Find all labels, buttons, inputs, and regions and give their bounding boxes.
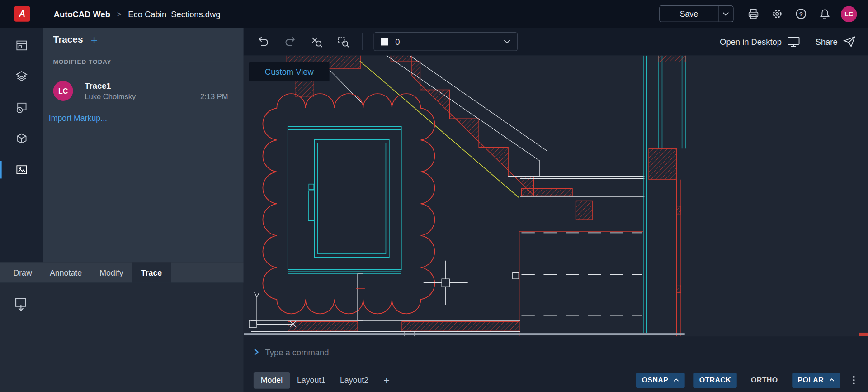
share-plane-icon (843, 35, 856, 48)
svg-text:?: ? (799, 11, 803, 18)
traces-panel-title: Traces (53, 34, 83, 45)
breadcrumb-app-name[interactable]: AutoCAD Web (54, 9, 110, 19)
wall-block-hatch (649, 148, 676, 180)
canvas-toolbar: 0 Open in Desktop Share (244, 28, 868, 55)
status-bar-menu-button[interactable] (849, 376, 858, 384)
bottom-status-bar: Model Layout1 Layout2 + OSNAP OTRACK ORT… (244, 368, 868, 392)
gear-icon (770, 7, 783, 20)
breadcrumb-separator: > (117, 10, 122, 19)
chevron-down-icon (504, 39, 510, 44)
settings-button[interactable] (770, 7, 783, 20)
chevron-up-icon (829, 378, 835, 382)
undo-button[interactable] (256, 34, 271, 49)
top-bar: A AutoCAD Web > Eco Cabin_Sections.dwg S… (0, 0, 868, 28)
modified-today-label: MODIFIED TODAY (53, 58, 112, 65)
rail-item-blocks[interactable] (0, 123, 43, 154)
share-button[interactable]: Share (816, 35, 856, 48)
polar-toggle[interactable]: POLAR (792, 373, 840, 388)
zoom-window-icon (336, 35, 349, 48)
blocks-icon (15, 132, 28, 145)
kebab-menu-icon (853, 376, 854, 378)
otrack-toggle[interactable]: OTRACK (693, 373, 736, 388)
bell-icon (818, 7, 831, 20)
chevron-down-icon (722, 12, 729, 16)
command-input[interactable] (264, 347, 496, 357)
traces-icon (15, 163, 28, 176)
osnap-label: OSNAP (642, 376, 668, 384)
tab-layout1[interactable]: Layout1 (290, 372, 333, 388)
save-options-button[interactable] (718, 6, 733, 21)
drawing-viewport[interactable]: Custom View (244, 55, 868, 336)
add-trace-button[interactable]: + (91, 34, 98, 45)
zoom-window-button[interactable] (335, 34, 351, 49)
autocad-web-window: A AutoCAD Web > Eco Cabin_Sections.dwg S… (0, 0, 868, 392)
tab-draw[interactable]: Draw (5, 262, 41, 282)
command-bar (244, 337, 868, 368)
tool-panel-tabs: Draw Annotate Modify Trace (0, 262, 244, 282)
viewport-view-label[interactable]: Custom View (249, 62, 330, 81)
trace-timestamp: 2:13 PM (200, 93, 228, 101)
osnap-toggle[interactable]: OSNAP (636, 373, 684, 388)
canvas-hscrollbar[interactable] (244, 333, 685, 335)
left-rail (0, 28, 43, 262)
open-in-desktop-button[interactable]: Open in Desktop (720, 36, 800, 48)
scrollbar-end-mark (859, 333, 868, 336)
layer-color-swatch (381, 38, 388, 45)
window-detail (288, 126, 401, 274)
section-lines-yellow (360, 61, 646, 220)
trace-list-item[interactable]: LC Trace1 Luke Cholmsky 2:13 PM (53, 76, 244, 105)
layer-select[interactable]: 0 (374, 32, 518, 51)
chevron-up-icon (673, 378, 679, 382)
dashed-hidden-lines (521, 233, 642, 315)
cad-drawing[interactable] (244, 55, 868, 336)
share-label: Share (816, 37, 838, 46)
tab-modify[interactable]: Modify (91, 262, 132, 282)
help-icon: ? (794, 7, 807, 20)
crosshair-cursor[interactable] (424, 261, 468, 305)
beam-hatch (576, 201, 592, 220)
rail-item-layers[interactable] (0, 61, 43, 92)
wall-boundary-red (519, 180, 681, 337)
user-avatar[interactable]: LC (841, 6, 857, 22)
trace-author: Luke Cholmsky (85, 93, 136, 101)
autocad-logo-icon[interactable]: A (14, 6, 30, 21)
current-layer-name: 0 (395, 37, 504, 46)
breadcrumb-file-name[interactable]: Eco Cabin_Sections.dwg (128, 9, 220, 19)
zoom-selection-button[interactable] (309, 34, 324, 49)
tab-trace[interactable]: Trace (132, 262, 171, 282)
desktop-monitor-icon (787, 36, 800, 48)
ortho-toggle[interactable]: ORTHO (745, 373, 783, 388)
post-below-window (358, 274, 363, 320)
grip-point[interactable] (513, 273, 519, 279)
save-button-group: Save (659, 5, 733, 22)
otrack-label: OTRACK (699, 376, 731, 384)
trace-author-avatar: LC (53, 81, 73, 101)
redo-icon (283, 35, 297, 48)
save-button[interactable]: Save (660, 6, 718, 21)
add-layout-button[interactable]: + (383, 374, 390, 386)
section-divider (117, 61, 236, 62)
landing-slab-hatch (521, 188, 572, 196)
ortho-label: ORTHO (751, 376, 778, 384)
trace-tools-panel (0, 283, 244, 392)
rail-item-drawing-panel[interactable] (0, 30, 43, 61)
notifications-button[interactable] (818, 7, 831, 20)
rail-item-traces[interactable] (0, 154, 43, 186)
trace-tool-button[interactable] (12, 295, 31, 314)
rail-item-history[interactable] (0, 92, 43, 123)
tab-annotate[interactable]: Annotate (41, 262, 90, 282)
print-button[interactable] (747, 7, 760, 20)
printer-icon (747, 7, 760, 20)
tab-model[interactable]: Model (254, 372, 290, 388)
layers-icon (15, 70, 28, 83)
redo-button[interactable] (282, 34, 297, 49)
drawing-history-icon (15, 101, 28, 114)
import-markup-link[interactable]: Import Markup... (49, 114, 107, 123)
zoom-selection-icon (310, 35, 323, 48)
handrail-lines (387, 55, 547, 176)
help-button[interactable]: ? (794, 7, 807, 20)
polar-label: POLAR (797, 376, 824, 384)
tab-layout2[interactable]: Layout2 (333, 372, 376, 388)
trace-name: Trace1 (85, 81, 228, 91)
stair-section-hatch (391, 55, 533, 195)
